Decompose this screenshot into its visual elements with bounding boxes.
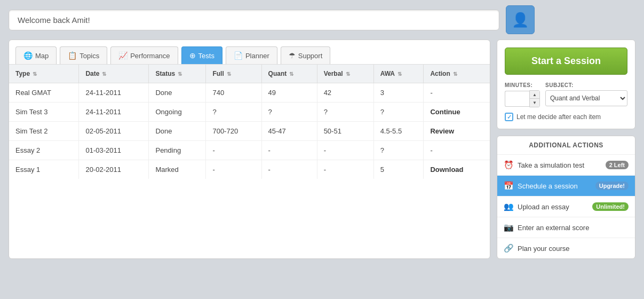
schedule-label: Schedule a session: [518, 182, 578, 190]
col-header-date[interactable]: Date ⇅: [79, 65, 149, 83]
nav-tab-support[interactable]: ☂Support: [281, 46, 331, 64]
map-tab-label: Map: [35, 52, 49, 60]
table-row: Essay 120-02-2011Marked---5Download: [9, 160, 490, 179]
map-tab-icon: 🌐: [23, 51, 33, 60]
badge-essay: Unlimited!: [592, 202, 629, 211]
sort-awa: AWA ⇅: [380, 70, 402, 77]
cell-verbal-3: -: [317, 141, 373, 160]
sort-date: Date ⇅: [85, 70, 106, 77]
minutes-increment[interactable]: ▲: [530, 91, 539, 99]
action-item-plan-course[interactable]: 🔗 Plan your course: [497, 238, 635, 258]
action-item-external-score[interactable]: 📷 Enter an external score: [497, 217, 635, 238]
badge-sim-test: 2 Left: [606, 161, 629, 169]
planner-tab-icon: 📄: [234, 51, 243, 60]
decide-checkbox[interactable]: ✓: [505, 113, 513, 121]
col-header-status[interactable]: Status ⇅: [149, 65, 206, 83]
cell-full-2: 700-720: [206, 122, 261, 141]
cell-action-4[interactable]: Download: [424, 160, 490, 179]
action-link-2[interactable]: Review: [430, 127, 454, 135]
essay-label: Upload an essay: [518, 203, 569, 211]
col-header-quant[interactable]: Quant ⇅: [261, 65, 317, 83]
cell-status-3: Pending: [149, 141, 206, 160]
nav-tab-topics[interactable]: 📋Topics: [60, 46, 107, 64]
sort-full: Full ⇅: [212, 70, 230, 77]
support-tab-icon: ☂: [289, 51, 296, 60]
cell-date-2: 02-05-2011: [79, 122, 149, 141]
essay-icon: 👥: [504, 202, 513, 211]
cell-status-1: Ongoing: [149, 103, 206, 122]
top-bar: Welcome back Amit! 👤: [0, 0, 644, 40]
subject-label: SUBJECT:: [545, 82, 627, 88]
action-link-1[interactable]: Continue: [430, 108, 460, 116]
checkbox-check-icon: ✓: [507, 114, 512, 121]
cell-type-4: Essay 1: [9, 160, 79, 179]
table-row: Essay 201-03-2011Pending---?-: [9, 141, 490, 160]
nav-tab-map[interactable]: 🌐Map: [15, 46, 57, 64]
subject-select[interactable]: Quant and VerbalQuantVerbal: [545, 90, 627, 106]
col-header-awa[interactable]: AWA ⇅: [373, 65, 424, 83]
table-row: Sim Test 202-05-2011Done700-72045-4750-5…: [9, 122, 490, 141]
cell-action-1[interactable]: Continue: [424, 103, 490, 122]
cell-awa-0: 3: [373, 83, 424, 103]
subject-section: SUBJECT: Quant and VerbalQuantVerbal: [545, 82, 627, 106]
additional-actions-title: ADDITIONAL ACTIONS: [497, 136, 635, 155]
cell-quant-1: ?: [261, 103, 317, 122]
sim-test-icon: ⏰: [504, 160, 513, 170]
cell-status-4: Marked: [149, 160, 206, 179]
planner-tab-label: Planner: [245, 52, 269, 60]
col-header-full[interactable]: Full ⇅: [206, 65, 261, 83]
nav-tab-planner[interactable]: 📄Planner: [226, 46, 277, 64]
col-header-verbal[interactable]: Verbal ⇅: [317, 65, 373, 83]
nav-tab-tests[interactable]: ⊕Tests: [181, 46, 222, 64]
sort-action: Action ⇅: [430, 70, 457, 77]
cell-action-0: -: [424, 83, 490, 103]
cell-verbal-1: ?: [317, 103, 373, 122]
sort-verbal: Verbal ⇅: [324, 70, 350, 77]
performance-tab-label: Performance: [130, 52, 170, 60]
cell-awa-2: 4.5-5.5: [373, 122, 424, 141]
nav-tab-performance[interactable]: 📈Performance: [110, 46, 178, 64]
tests-tab-label: Tests: [198, 52, 214, 60]
session-controls: MINUTES: ▲ ▼ SUBJECT: Quant and VerbalQu…: [505, 82, 627, 107]
additional-actions-box: ADDITIONAL ACTIONS ⏰ Take a simulation t…: [497, 136, 635, 259]
action-item-essay[interactable]: 👥 Upload an essay Unlimited!: [497, 196, 635, 217]
tests-tab-icon: ⊕: [189, 51, 196, 60]
main-container: 🌐Map📋Topics📈Performance⊕Tests📄Planner☂Su…: [0, 40, 644, 267]
action-item-sim-test[interactable]: ⏰ Take a simulation test 2 Left: [497, 155, 635, 176]
action-item-schedule[interactable]: 📅 Schedule a session Upgrade!: [497, 176, 635, 196]
table-row: Sim Test 324-11-2011Ongoing????Continue: [9, 103, 490, 122]
action-link-4[interactable]: Download: [430, 166, 463, 174]
cell-type-1: Sim Test 3: [9, 103, 79, 122]
sort-type: Type ⇅: [15, 70, 37, 77]
cell-action-3: -: [424, 141, 490, 160]
stepper-buttons: ▲ ▼: [529, 90, 540, 107]
cell-date-1: 24-11-2011: [79, 103, 149, 122]
cell-type-3: Essay 2: [9, 141, 79, 160]
start-session-button[interactable]: Start a Session: [505, 48, 627, 75]
minutes-section: MINUTES: ▲ ▼: [505, 82, 540, 107]
topics-tab-icon: 📋: [68, 51, 77, 60]
external-score-label: Enter an external score: [518, 224, 589, 232]
cell-awa-4: 5: [373, 160, 424, 179]
avatar-button[interactable]: 👤: [506, 5, 535, 34]
plan-course-icon: 🔗: [504, 243, 513, 253]
cell-type-2: Sim Test 2: [9, 122, 79, 141]
checkbox-row: ✓ Let me decide after each item: [505, 113, 627, 121]
cell-verbal-0: 42: [317, 83, 373, 103]
col-header-action[interactable]: Action ⇅: [424, 65, 490, 83]
sort-status: Status ⇅: [155, 70, 182, 77]
cell-quant-4: -: [261, 160, 317, 179]
minutes-decrement[interactable]: ▼: [530, 99, 539, 107]
welcome-message: Welcome back Amit!: [9, 10, 499, 30]
support-tab-label: Support: [298, 52, 323, 60]
cell-action-2[interactable]: Review: [424, 122, 490, 141]
cell-full-1: ?: [206, 103, 261, 122]
nav-tabs: 🌐Map📋Topics📈Performance⊕Tests📄Planner☂Su…: [9, 40, 490, 65]
right-panel: Start a Session MINUTES: ▲ ▼ SUBJECT: Qu…: [497, 40, 635, 259]
sort-quant: Quant ⇅: [268, 70, 294, 77]
topics-tab-label: Topics: [79, 52, 99, 60]
minutes-input[interactable]: [505, 91, 529, 107]
cell-awa-3: ?: [373, 141, 424, 160]
col-header-type[interactable]: Type ⇅: [9, 65, 79, 83]
cell-quant-3: -: [261, 141, 317, 160]
